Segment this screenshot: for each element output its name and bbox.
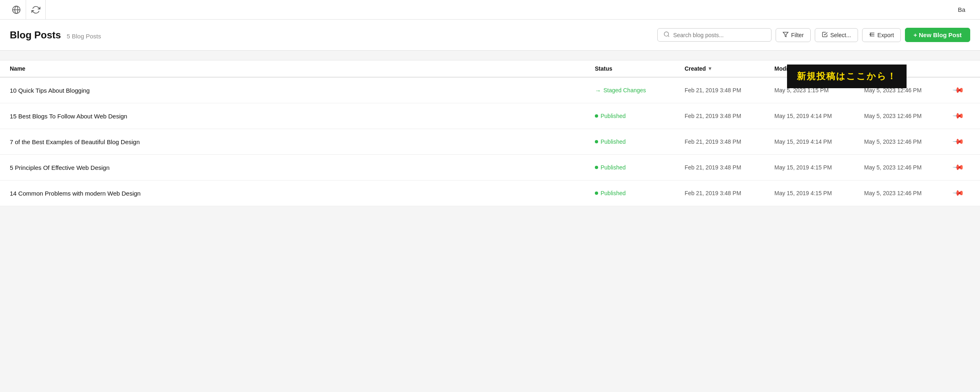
published-dot-icon: [595, 114, 598, 118]
table-row[interactable]: 5 Principles Of Effective Web Design Pub…: [0, 155, 980, 180]
cell-pin-1[interactable]: 📌: [954, 111, 970, 120]
cell-name-3: 5 Principles Of Effective Web Design: [10, 164, 595, 171]
pin-icon[interactable]: 📌: [952, 135, 964, 148]
search-box[interactable]: [657, 28, 772, 42]
status-label-3: Published: [601, 164, 626, 171]
cell-name-0: 10 Quick Tips About Blogging: [10, 87, 595, 94]
col-header-created[interactable]: Created ▼: [685, 65, 774, 72]
top-bar-right-label: Ba: [950, 6, 973, 13]
page-title-group: Blog Posts 5 Blog Posts: [10, 29, 101, 41]
svg-point-3: [664, 32, 669, 36]
pin-icon[interactable]: 📌: [952, 161, 964, 174]
cell-created-2: Feb 21, 2019 3:48 PM: [685, 138, 774, 145]
col-header-status: Status: [595, 65, 685, 72]
cell-status-1: Published: [595, 113, 685, 119]
published-dot-icon: [595, 166, 598, 169]
svg-line-4: [668, 36, 669, 37]
cell-modified-2: May 15, 2019 4:14 PM: [774, 138, 864, 145]
cell-modified-1: May 15, 2019 4:14 PM: [774, 113, 864, 119]
cell-pin-4[interactable]: 📌: [954, 189, 970, 198]
new-post-label: + New Blog Post: [913, 31, 962, 38]
select-icon: [822, 31, 828, 39]
cell-modified-3: May 15, 2019 4:15 PM: [774, 164, 864, 171]
table-body: 10 Quick Tips About Blogging → Staged Ch…: [0, 78, 980, 206]
sort-arrow-icon: ▼: [707, 66, 712, 71]
pin-icon[interactable]: 📌: [952, 187, 964, 199]
search-input[interactable]: [673, 32, 765, 38]
cell-created-4: Feb 21, 2019 3:48 PM: [685, 190, 774, 196]
tooltip-banner: 新規投稿はここから！: [787, 65, 907, 88]
cell-name-1: 15 Best Blogs To Follow About Web Design: [10, 113, 595, 120]
export-button[interactable]: Export: [862, 28, 901, 42]
globe-icon[interactable]: [7, 0, 26, 20]
search-icon: [663, 31, 670, 39]
cell-created-3: Feb 21, 2019 3:48 PM: [685, 164, 774, 171]
subheader-area: [0, 51, 980, 60]
staged-arrow-icon: →: [595, 87, 601, 94]
header-area: Blog Posts 5 Blog Posts Filter: [0, 20, 980, 51]
cell-status-2: Published: [595, 138, 685, 145]
status-label-4: Published: [601, 190, 626, 196]
cell-published-3: May 5, 2023 12:46 PM: [864, 164, 954, 171]
published-dot-icon: [595, 140, 598, 143]
filter-label: Filter: [791, 32, 804, 38]
cell-published-4: May 5, 2023 12:46 PM: [864, 190, 954, 196]
status-label-0: Staged Changes: [603, 87, 646, 94]
select-button[interactable]: Select...: [815, 28, 858, 42]
cell-published-1: May 5, 2023 12:46 PM: [864, 113, 954, 119]
export-label: Export: [878, 32, 894, 38]
col-header-pin: [954, 65, 970, 72]
filter-icon: [783, 31, 789, 39]
refresh-icon[interactable]: [26, 0, 46, 20]
new-blog-post-button[interactable]: + New Blog Post: [905, 28, 970, 42]
col-header-name: Name: [10, 65, 595, 72]
status-label-1: Published: [601, 113, 626, 119]
post-count: 5 Blog Posts: [67, 33, 101, 40]
cell-status-0: → Staged Changes: [595, 87, 685, 94]
status-label-2: Published: [601, 138, 626, 145]
pin-icon[interactable]: 📌: [952, 84, 964, 96]
table-row[interactable]: 7 of the Best Examples of Beautiful Blog…: [0, 129, 980, 155]
cell-status-4: Published: [595, 190, 685, 196]
top-bar: Ba: [0, 0, 980, 20]
pin-icon[interactable]: 📌: [952, 109, 964, 122]
export-icon: [869, 31, 875, 39]
cell-name-2: 7 of the Best Examples of Beautiful Blog…: [10, 138, 595, 145]
cell-created-1: Feb 21, 2019 3:48 PM: [685, 113, 774, 119]
cell-published-2: May 5, 2023 12:46 PM: [864, 138, 954, 145]
cell-status-3: Published: [595, 164, 685, 171]
page-title: Blog Posts: [10, 29, 61, 40]
table-row[interactable]: 15 Best Blogs To Follow About Web Design…: [0, 103, 980, 129]
cell-name-4: 14 Common Problems with modern Web Desig…: [10, 190, 595, 197]
svg-marker-5: [783, 32, 788, 36]
cell-modified-4: May 15, 2019 4:15 PM: [774, 190, 864, 196]
select-label: Select...: [830, 32, 851, 38]
published-dot-icon: [595, 192, 598, 195]
header-actions: Filter Select... Export: [657, 28, 970, 42]
cell-pin-2[interactable]: 📌: [954, 137, 970, 146]
cell-created-0: Feb 21, 2019 3:48 PM: [685, 87, 774, 94]
filter-button[interactable]: Filter: [776, 28, 811, 42]
table-row[interactable]: 14 Common Problems with modern Web Desig…: [0, 180, 980, 206]
cell-pin-3[interactable]: 📌: [954, 163, 970, 172]
cell-pin-0[interactable]: 📌: [954, 86, 970, 95]
